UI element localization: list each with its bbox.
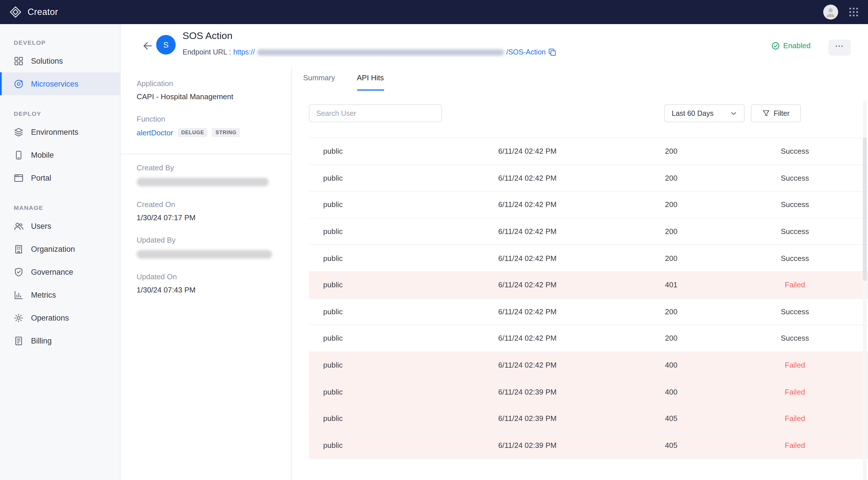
table-row[interactable]: public6/11/24 02:42 PM200Success xyxy=(309,138,868,165)
chevron-down-icon xyxy=(730,110,737,117)
table-row[interactable]: public6/11/24 02:39 PM405Failed xyxy=(309,432,868,459)
billing-icon xyxy=(14,336,24,345)
user-cell: public xyxy=(309,281,447,289)
status-code-cell: 200 xyxy=(608,147,735,156)
sidebar-item-label: Governance xyxy=(31,268,73,276)
sidebar: DEVELOPSolutionsMicroservicesDEPLOYEnvir… xyxy=(0,24,121,480)
copy-icon[interactable] xyxy=(548,48,556,56)
created-by-redacted xyxy=(136,178,269,186)
sidebar-item-label: Portal xyxy=(31,173,51,182)
status-code-cell: 200 xyxy=(608,200,735,209)
updated-by-label: Updated By xyxy=(136,236,275,244)
filter-button[interactable]: Filter xyxy=(751,104,801,122)
result-cell: Success xyxy=(735,200,868,209)
scrollbar-thumb[interactable] xyxy=(863,138,867,281)
sidebar-item-users[interactable]: Users xyxy=(0,214,120,237)
time-cell: 6/11/24 02:42 PM xyxy=(447,361,608,369)
endpoint-url-prefix: https:// xyxy=(234,48,255,56)
sidebar-item-label: Environments xyxy=(31,128,79,136)
deluge-badge: DELUGE xyxy=(178,128,208,137)
app-logo[interactable]: Creator xyxy=(9,6,58,19)
sidebar-item-label: Operations xyxy=(31,313,69,322)
table-row[interactable]: public6/11/24 02:39 PM400Failed xyxy=(309,379,868,406)
table-row[interactable]: public6/11/24 02:39 PM405Failed xyxy=(309,406,868,432)
sidebar-item-metrics[interactable]: Metrics xyxy=(0,283,120,306)
sidebar-item-label: Microservices xyxy=(31,79,79,88)
governance-icon xyxy=(14,267,24,277)
tab-api-hits[interactable]: API Hits xyxy=(357,73,384,91)
date-range-dropdown[interactable]: Last 60 Days xyxy=(664,104,745,122)
table-row[interactable]: public6/11/24 02:42 PM200Success xyxy=(309,325,868,352)
user-avatar[interactable] xyxy=(823,5,838,20)
sidebar-item-governance[interactable]: Governance xyxy=(0,260,120,283)
metrics-icon xyxy=(14,290,24,300)
function-avatar: S xyxy=(156,35,176,55)
table-row[interactable]: public6/11/24 02:42 PM400Failed xyxy=(309,352,868,379)
sidebar-item-billing[interactable]: Billing xyxy=(0,329,120,352)
mobile-icon xyxy=(14,150,24,160)
sidebar-item-portal[interactable]: Portal xyxy=(0,166,120,189)
app-name: Creator xyxy=(28,7,58,17)
page-title: SOS Action xyxy=(183,30,232,42)
updated-on-label: Updated On xyxy=(136,272,275,281)
search-input[interactable] xyxy=(309,104,442,122)
status-badge-label: Enabled xyxy=(783,41,811,50)
more-options-button[interactable]: ⋯ xyxy=(828,40,851,56)
result-cell: Failed xyxy=(735,361,868,369)
application-label: Application xyxy=(136,79,275,88)
user-cell: public xyxy=(309,254,447,262)
sidebar-item-environments[interactable]: Environments xyxy=(0,121,120,143)
endpoint-url-redacted xyxy=(257,49,504,55)
table-row[interactable]: public6/11/24 02:42 PM200Success xyxy=(309,165,868,192)
apps-grid-icon[interactable] xyxy=(848,7,859,17)
status-code-cell: 401 xyxy=(608,281,735,289)
api-hits-table: public6/11/24 02:42 PM200Successpublic6/… xyxy=(309,138,868,459)
sidebar-item-mobile[interactable]: Mobile xyxy=(0,143,120,166)
table-row[interactable]: public6/11/24 02:42 PM401Failed xyxy=(309,272,868,299)
table-row[interactable]: public6/11/24 02:42 PM200Success xyxy=(309,218,868,245)
sidebar-item-operations[interactable]: Operations xyxy=(0,306,120,329)
created-by-label: Created By xyxy=(136,164,275,172)
sidebar-item-label: Solutions xyxy=(31,57,63,65)
status-code-cell: 400 xyxy=(608,387,735,396)
created-on-value: 1/30/24 07:17 PM xyxy=(136,213,275,222)
endpoint-url-row: Endpoint URL : https:// /SOS-Action xyxy=(183,48,556,56)
sidebar-section-title: MANAGE xyxy=(14,204,120,211)
table-row[interactable]: public6/11/24 02:42 PM200Success xyxy=(309,299,868,325)
function-link[interactable]: alertDoctor xyxy=(136,128,173,137)
back-arrow-icon[interactable] xyxy=(141,40,154,52)
status-code-cell: 200 xyxy=(608,254,735,262)
result-cell: Failed xyxy=(735,281,868,289)
table-row[interactable]: public6/11/24 02:42 PM200Success xyxy=(309,192,868,218)
table-row[interactable]: public6/11/24 02:42 PM200Success xyxy=(309,245,868,272)
sidebar-item-organization[interactable]: Organization xyxy=(0,237,120,260)
status-code-cell: 200 xyxy=(608,307,735,316)
time-cell: 6/11/24 02:42 PM xyxy=(447,281,608,289)
endpoint-url-link[interactable]: https:// /SOS-Action xyxy=(234,48,556,56)
status-code-cell: 200 xyxy=(608,334,735,343)
details-panel: Application CAPI - Hospital Management F… xyxy=(121,67,291,480)
user-cell: public xyxy=(309,227,447,236)
status-badge: Enabled xyxy=(772,41,811,50)
creator-logo-icon xyxy=(9,6,22,19)
time-cell: 6/11/24 02:39 PM xyxy=(447,414,608,423)
time-cell: 6/11/24 02:42 PM xyxy=(447,334,608,343)
user-cell: public xyxy=(309,334,447,343)
endpoint-url-suffix: /SOS-Action xyxy=(506,48,546,56)
status-code-cell: 405 xyxy=(608,414,735,423)
function-label: Function xyxy=(136,115,275,123)
environments-icon xyxy=(14,127,24,137)
result-cell: Failed xyxy=(735,441,868,450)
user-cell: public xyxy=(309,200,447,209)
sidebar-item-solutions[interactable]: Solutions xyxy=(0,49,120,72)
tab-summary[interactable]: Summary xyxy=(303,73,335,91)
time-cell: 6/11/24 02:42 PM xyxy=(447,307,608,316)
scrollbar-track[interactable] xyxy=(863,100,867,480)
microservices-icon xyxy=(14,79,24,89)
filter-funnel-icon xyxy=(762,109,770,117)
updated-on-value: 1/30/24 07:43 PM xyxy=(136,285,275,294)
sidebar-section-title: DEVELOP xyxy=(14,39,120,46)
sidebar-item-microservices[interactable]: Microservices xyxy=(0,72,120,95)
result-cell: Success xyxy=(735,254,868,262)
operations-icon xyxy=(14,313,24,322)
